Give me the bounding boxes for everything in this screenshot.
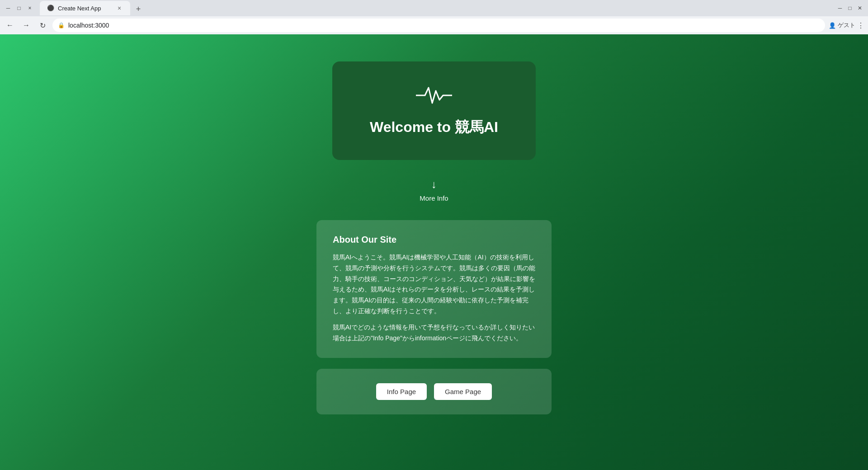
browser-right-controls: 👤 ゲスト ⋮ [829,21,864,30]
active-tab[interactable]: ⚫ Create Next App × [40,1,130,15]
profile-label: ゲスト [838,21,855,29]
tab-favicon-icon: ⚫ [47,5,54,12]
close-button[interactable]: × [25,4,34,13]
address-bar-row: ← → ↻ 🔒 localhost:3000 👤 ゲスト ⋮ [0,16,868,34]
info-page-button[interactable]: Info Page [376,383,427,400]
maximize-button[interactable]: □ [14,4,24,13]
window-minimize-button[interactable]: ─ [835,4,844,13]
about-paragraph-1: 競馬AIへようこそ。競馬AIは機械学習や人工知能（AI）の技術を利用して、競馬の… [333,252,535,317]
browser-chrome: ─ □ × ⚫ Create Next App × + ─ □ ✕ ← → ↻ … [0,0,868,34]
address-text: localhost:3000 [68,22,109,29]
back-button[interactable]: ← [4,19,16,32]
tab-strip: ⚫ Create Next App × + [36,1,148,15]
tab-close-button[interactable]: × [116,5,123,12]
about-title: About Our Site [333,235,535,245]
forward-button[interactable]: → [20,19,33,32]
hero-title: Welcome to 競馬AI [370,118,498,137]
browser-menu-button[interactable]: ⋮ [857,21,864,30]
window-maximize-button[interactable]: □ [845,4,854,13]
more-info-section[interactable]: ↓ More Info [420,178,448,202]
address-bar[interactable]: 🔒 localhost:3000 [52,19,825,32]
window-right-controls: ─ □ ✕ [835,4,864,13]
title-bar: ─ □ × ⚫ Create Next App × + ─ □ ✕ [0,0,868,16]
arrow-down-icon: ↓ [431,178,437,191]
hero-card: Welcome to 競馬AI [332,61,536,160]
page-content: Welcome to 競馬AI ↓ More Info About Our Si… [0,34,868,470]
nav-card: Info Page Game Page [316,369,552,414]
pulse-waveform-icon [416,84,452,108]
reload-button[interactable]: ↻ [36,19,49,32]
profile-button[interactable]: 👤 ゲスト [829,21,855,29]
title-bar-left: ─ □ × [4,4,34,13]
lock-icon: 🔒 [58,22,65,28]
tab-title: Create Next App [58,5,112,12]
about-card: About Our Site 競馬AIへようこそ。競馬AIは機械学習や人工知能（… [316,220,552,358]
minimize-button[interactable]: ─ [4,4,13,13]
more-info-label: More Info [420,194,448,202]
new-tab-button[interactable]: + [132,3,145,15]
about-text: 競馬AIへようこそ。競馬AIは機械学習や人工知能（AI）の技術を利用して、競馬の… [333,252,535,343]
profile-icon: 👤 [829,22,836,29]
window-close-button[interactable]: ✕ [855,4,864,13]
game-page-button[interactable]: Game Page [434,383,492,400]
about-paragraph-2: 競馬AIでどのような情報を用いて予想を行なっているか詳しく知りたい場合は上記の"… [333,322,535,344]
